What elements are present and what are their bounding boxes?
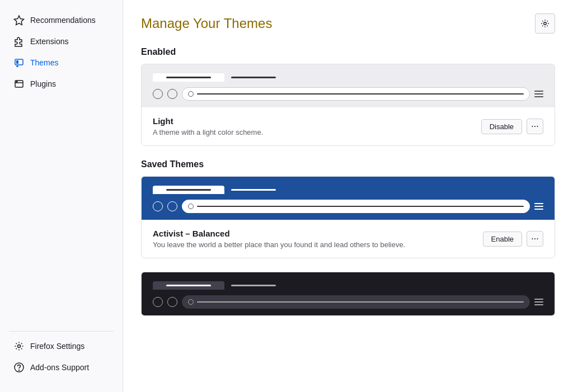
activist-menu-line-1	[534, 203, 543, 204]
svg-point-10	[544, 22, 547, 25]
enabled-theme-card: Light A theme with a light color scheme.…	[141, 64, 555, 146]
sidebar-top: Recommendations Extensions Themes	[0, 9, 123, 95]
activist-address-bar	[182, 200, 530, 213]
help-icon	[13, 362, 25, 373]
dark-preview-controls	[153, 295, 543, 309]
svg-point-6	[16, 81, 17, 82]
activist-menu-line-3	[534, 209, 543, 210]
light-menu-icon	[534, 91, 543, 97]
light-address-bar	[182, 87, 530, 101]
puzzle-icon	[13, 36, 25, 47]
sidebar-item-addons-support-label: Add-ons Support	[30, 363, 89, 372]
page-settings-button[interactable]	[535, 13, 555, 34]
svg-point-9	[19, 370, 20, 371]
svg-point-7	[18, 345, 21, 348]
main-content: Manage Your Themes Enabled	[123, 0, 573, 392]
light-preview-tabbar	[153, 73, 543, 82]
sidebar-divider	[9, 331, 114, 332]
gear-icon	[540, 18, 550, 29]
activist-circle-1	[153, 201, 163, 211]
sidebar: Recommendations Extensions Themes	[0, 0, 123, 392]
light-addr-line	[197, 93, 524, 95]
page-header: Manage Your Themes	[141, 13, 555, 34]
activist-theme-name: Activist – Balanced	[153, 229, 405, 238]
activist-preview-tabbar	[153, 186, 543, 194]
activist-inactive-tab-line	[231, 189, 276, 191]
dark-menu-line-3	[534, 304, 543, 305]
light-menu-line-2	[534, 93, 543, 95]
dark-circle-1	[153, 297, 163, 307]
brush-icon	[13, 57, 25, 68]
plugins-icon	[13, 78, 25, 89]
light-addr-circle	[188, 91, 194, 97]
sidebar-item-extensions-label: Extensions	[30, 37, 68, 46]
activist-theme-preview	[142, 177, 555, 220]
sidebar-bottom: Firefox Settings Add-ons Support	[0, 327, 123, 383]
sidebar-item-themes[interactable]: Themes	[4, 53, 118, 73]
sidebar-item-plugins[interactable]: Plugins	[4, 74, 118, 94]
star-icon	[13, 15, 25, 26]
light-theme-name: Light	[153, 116, 263, 126]
activist-theme-actions: Enable ···	[483, 231, 543, 247]
sidebar-item-recommendations-label: Recommendations	[30, 16, 96, 25]
dark-menu-line-1	[534, 299, 543, 300]
page-title: Manage Your Themes	[141, 16, 272, 31]
activist-addr-circle	[188, 204, 194, 209]
activist-tab-line	[166, 189, 211, 191]
dark-active-tab	[153, 281, 224, 290]
light-preview-controls	[153, 87, 543, 101]
activist-theme-details: Activist – Balanced You leave the world …	[153, 229, 405, 249]
light-menu-line-3	[534, 96, 543, 97]
dark-theme-card	[141, 272, 555, 316]
dark-inactive-tab-line	[231, 285, 276, 286]
activist-addr-line	[197, 206, 524, 207]
light-more-icon: ···	[531, 121, 538, 131]
sidebar-item-extensions[interactable]: Extensions	[4, 31, 118, 51]
dark-menu-icon	[534, 299, 543, 305]
sidebar-item-firefox-settings-label: Firefox Settings	[30, 342, 84, 351]
light-circle-1	[153, 89, 163, 99]
activist-active-tab	[153, 186, 224, 194]
dark-addr-circle	[188, 299, 194, 305]
activist-theme-info: Activist – Balanced You leave the world …	[142, 220, 555, 258]
dark-circle-2	[167, 297, 177, 307]
light-disable-button[interactable]: Disable	[481, 119, 522, 134]
dark-menu-line-2	[534, 301, 543, 303]
light-theme-info: Light A theme with a light color scheme.…	[142, 107, 555, 145]
enabled-section-title: Enabled	[141, 47, 555, 57]
light-tab-line	[166, 77, 211, 78]
saved-section-title: Saved Themes	[141, 159, 555, 169]
activist-circle-2	[167, 201, 177, 211]
light-theme-desc: A theme with a light color scheme.	[153, 128, 263, 136]
activist-enable-button[interactable]: Enable	[483, 232, 522, 247]
settings-icon	[13, 341, 25, 352]
activist-theme-desc: You leave the world a better place than …	[153, 240, 405, 249]
activist-menu-icon	[534, 203, 543, 210]
svg-rect-1	[16, 60, 18, 64]
light-inactive-tab-line	[231, 77, 276, 78]
sidebar-item-firefox-settings[interactable]: Firefox Settings	[4, 336, 118, 356]
light-theme-details: Light A theme with a light color scheme.	[153, 116, 263, 136]
activist-theme-card: Activist – Balanced You leave the world …	[141, 176, 555, 258]
dark-tab-line	[166, 285, 211, 286]
dark-address-bar	[182, 295, 530, 309]
light-active-tab	[153, 73, 224, 82]
activist-more-button[interactable]: ···	[527, 231, 543, 247]
activist-menu-line-2	[534, 206, 543, 207]
dark-addr-line	[197, 301, 524, 303]
light-theme-preview	[142, 64, 555, 107]
light-circle-2	[167, 89, 177, 99]
light-more-button[interactable]: ···	[527, 119, 543, 134]
activist-preview-controls	[153, 200, 543, 213]
activist-more-icon: ···	[531, 234, 538, 244]
sidebar-item-themes-label: Themes	[30, 58, 59, 67]
light-theme-actions: Disable ···	[481, 119, 543, 134]
dark-theme-preview	[142, 272, 555, 315]
light-menu-line-1	[534, 91, 543, 92]
dark-preview-tabbar	[153, 281, 543, 290]
sidebar-item-addons-support[interactable]: Add-ons Support	[4, 357, 118, 377]
sidebar-item-plugins-label: Plugins	[30, 79, 56, 88]
sidebar-item-recommendations[interactable]: Recommendations	[4, 10, 118, 30]
